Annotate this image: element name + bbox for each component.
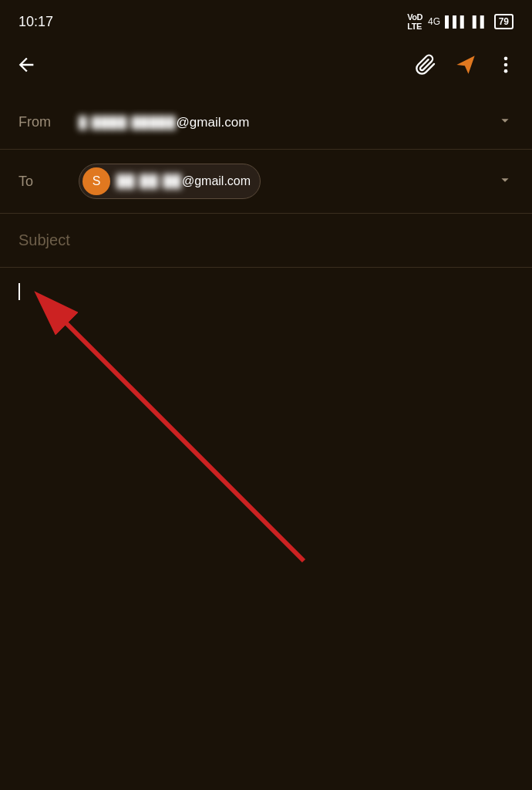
4g-icon: 4G: [428, 16, 440, 27]
send-button[interactable]: [455, 54, 476, 76]
from-email: █ ████ █████@gmail.com: [79, 115, 497, 130]
svg-point-0: [504, 57, 508, 61]
compose-body[interactable]: [0, 268, 532, 623]
app-bar-right: [415, 54, 517, 76]
from-chevron-icon: [497, 112, 513, 133]
app-bar-left: [15, 54, 37, 76]
battery-icon: 79: [494, 14, 513, 29]
compose-form: From █ ████ █████@gmail.com To S ██ ██ █…: [0, 96, 532, 623]
from-label: From: [19, 114, 72, 130]
to-field-row[interactable]: To S ██ ██ ██@gmail.com: [0, 150, 532, 214]
recipient-email: ██ ██ ██@gmail.com: [116, 174, 251, 188]
status-time: 10:17: [19, 14, 53, 30]
svg-line-4: [57, 314, 304, 561]
more-options-button[interactable]: [495, 54, 517, 76]
subject-placeholder: Subject: [19, 231, 70, 249]
recipient-chip[interactable]: S ██ ██ ██@gmail.com: [79, 164, 261, 199]
from-email-blurred: █ ████ █████: [79, 116, 177, 129]
to-label: To: [19, 174, 72, 190]
annotation-arrow: [0, 268, 532, 623]
svg-point-2: [504, 69, 508, 73]
signal-bars-2-icon: ▌▌: [473, 15, 488, 28]
text-cursor: [19, 283, 20, 300]
back-button[interactable]: [15, 54, 37, 76]
attach-button[interactable]: [415, 54, 436, 76]
svg-point-1: [504, 63, 508, 67]
to-field-content: S ██ ██ ██@gmail.com: [79, 164, 497, 199]
to-chevron-icon: [497, 171, 513, 192]
subject-field-row[interactable]: Subject: [0, 214, 532, 268]
status-bar: 10:17 VoDLTE 4G ▌▌▌ ▌▌ 79: [0, 0, 532, 40]
app-bar: [0, 40, 532, 89]
recipient-avatar: S: [82, 167, 110, 195]
network-icon: VoDLTE: [407, 12, 423, 31]
status-icons: VoDLTE 4G ▌▌▌ ▌▌ 79: [407, 12, 513, 31]
from-field-row[interactable]: From █ ████ █████@gmail.com: [0, 96, 532, 150]
signal-bars-icon: ▌▌▌: [445, 15, 468, 28]
